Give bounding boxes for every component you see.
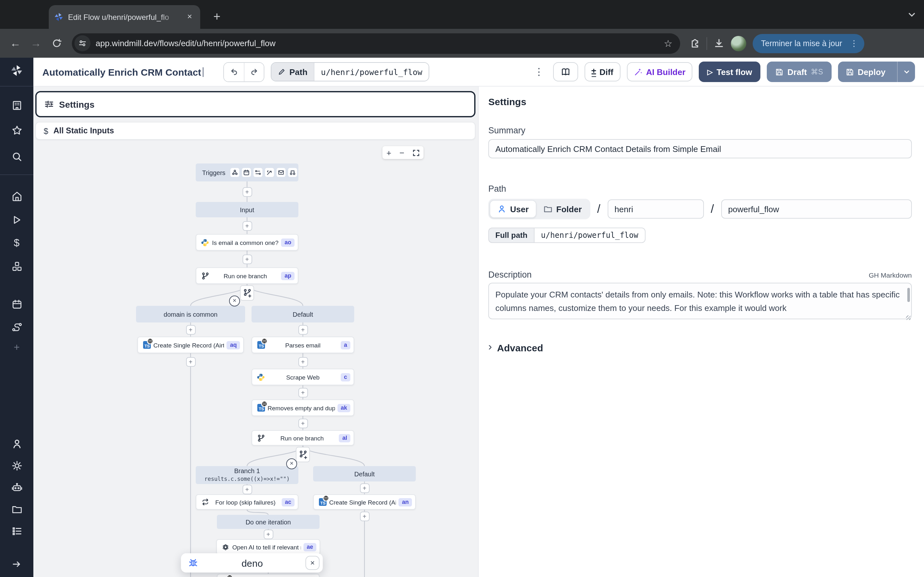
add-step-button[interactable]: + [242, 484, 252, 494]
add-step-button[interactable]: + [360, 511, 369, 521]
chrome-menu-icon[interactable]: ⋮ [847, 39, 861, 48]
sidebar-item-add[interactable]: + [0, 338, 33, 356]
zoom-out-button[interactable]: − [399, 148, 404, 157]
zoom-in-button[interactable]: + [387, 148, 391, 157]
undo-button[interactable] [224, 63, 244, 81]
tab-search-icon[interactable] [907, 10, 916, 19]
schedule-icon[interactable] [242, 168, 251, 177]
deploy-dropdown[interactable] [897, 61, 915, 82]
sidebar-item-runs[interactable] [0, 211, 33, 229]
new-tab-button[interactable]: + [209, 9, 225, 24]
flow-node-run-al[interactable]: Run one branchal [252, 430, 354, 446]
sidebar-item-favorites[interactable] [0, 121, 33, 139]
deploy-main[interactable]: Deploy [838, 67, 893, 77]
description-textarea[interactable]: Populate your CRM contacts' details from… [488, 283, 912, 319]
site-settings-icon[interactable] [74, 35, 90, 51]
add-step-button[interactable]: + [186, 325, 195, 334]
sidebar-item-resources[interactable] [0, 257, 33, 275]
add-step-button[interactable]: + [298, 357, 308, 366]
flow-node-is-email[interactable]: Is email a common one?ao [196, 234, 298, 251]
branch-split-icon[interactable] [240, 285, 254, 301]
branch-split-icon[interactable] [296, 447, 310, 462]
diff-button[interactable]: ± Diff [584, 62, 620, 81]
profile-avatar[interactable] [731, 35, 746, 51]
flow-node-for-loop[interactable]: For loop (skip failures)ac [196, 494, 298, 510]
sidebar-item-settings[interactable] [0, 456, 33, 474]
sidebar-item-routes[interactable] [0, 318, 33, 336]
flow-node-hdr-default1[interactable]: Default [252, 306, 354, 322]
fullscreen-icon[interactable] [412, 149, 419, 156]
add-step-button[interactable]: + [242, 221, 252, 230]
flow-node-csr-aq[interactable]: TSCreate Single Record (Airtable)aq [137, 337, 244, 353]
url-text[interactable]: app.windmill.dev/flows/edit/u/henri/powe… [95, 39, 654, 48]
address-bar[interactable]: app.windmill.dev/flows/edit/u/henri/powe… [72, 33, 680, 53]
path-owner-input[interactable] [607, 199, 704, 219]
forward-button[interactable]: → [27, 34, 45, 52]
advanced-toggle[interactable]: › Advanced [488, 341, 912, 354]
browser-tab[interactable]: Edit Flow u/henri/powerful_flo × [49, 5, 200, 29]
flow-node-scrape-web[interactable]: Scrape Webc [252, 369, 354, 385]
more-menu-icon[interactable]: ⋮ [531, 66, 546, 77]
deno-popup-close[interactable]: × [305, 556, 320, 570]
flow-node-hdr-default2[interactable]: Default [313, 466, 416, 482]
tab-close-icon[interactable]: × [184, 11, 195, 23]
owner-user-option[interactable]: User [489, 200, 536, 218]
flow-node-parses-email[interactable]: TSParses emaila [252, 337, 354, 353]
path-chip[interactable]: Path u/henri/powerful_flow [271, 62, 429, 81]
add-step-button[interactable]: + [242, 254, 252, 264]
sidebar-item-folders[interactable] [0, 500, 33, 518]
email-icon[interactable] [277, 168, 286, 177]
add-step-button[interactable]: + [298, 325, 308, 334]
delete-branch-icon[interactable]: × [229, 295, 240, 306]
test-flow-button[interactable]: ▷ Test flow [699, 61, 761, 82]
docs-button[interactable] [553, 62, 578, 81]
textarea-resize-grip[interactable] [906, 316, 911, 320]
flow-node-csr-an[interactable]: TSCreate Single Record (Airtable)an [313, 494, 416, 510]
flow-node-hdr-branch1[interactable]: Branch 1results.c.some((x)=>x!="") [196, 466, 298, 484]
textarea-scrollbar[interactable] [907, 288, 910, 302]
extensions-icon[interactable] [689, 38, 700, 49]
route-icon[interactable] [254, 168, 263, 177]
flow-title[interactable]: Automatically Enrich CRM Contact [42, 66, 217, 77]
flow-node-do-one[interactable]: Do one iteration [217, 515, 320, 529]
add-step-button[interactable]: + [263, 529, 273, 539]
chrome-update-button[interactable]: Terminer la mise à jour ⋮ [753, 34, 865, 53]
add-step-button[interactable]: + [186, 357, 195, 366]
flow-node-partial[interactable]: TS [217, 574, 320, 577]
sidebar-item-logs[interactable] [0, 522, 33, 540]
flow-node-triggers[interactable]: Triggers [196, 163, 298, 181]
add-step-button[interactable]: + [242, 187, 252, 197]
sidebar-item-workspace[interactable] [0, 96, 33, 114]
windmill-logo[interactable] [0, 61, 33, 79]
deploy-button[interactable]: Deploy [838, 61, 915, 82]
add-step-button[interactable]: + [298, 418, 308, 428]
ai-builder-button[interactable]: AI Builder [627, 62, 693, 81]
back-button[interactable]: ← [6, 34, 24, 52]
summary-input[interactable] [488, 139, 912, 158]
sidebar-item-workers[interactable] [0, 478, 33, 496]
flow-node-openai[interactable]: Open AI to tell if relevant resultae [216, 539, 320, 554]
sidebar-item-schedules[interactable] [0, 295, 33, 313]
webhook-icon[interactable] [231, 168, 240, 177]
kafka-icon[interactable] [288, 168, 297, 177]
flow-node-run-ap[interactable]: Run one branchap [196, 268, 298, 284]
add-step-button[interactable]: + [360, 483, 369, 493]
deno-popup[interactable]: deno × [181, 553, 323, 572]
flow-node-input[interactable]: Input [196, 202, 298, 218]
websocket-icon[interactable] [265, 168, 274, 177]
bookmark-star-icon[interactable]: ☆ [659, 37, 678, 49]
flow-node-removes-empty[interactable]: TSRemoves empty and duplicatesak [252, 400, 354, 416]
sidebar-item-home[interactable] [0, 187, 33, 205]
owner-folder-option[interactable]: Folder [536, 200, 589, 218]
download-icon[interactable] [714, 38, 724, 49]
delete-branch-icon[interactable]: × [286, 458, 297, 469]
sidebar-item-account[interactable] [0, 435, 33, 453]
flow-node-hdr-domain[interactable]: domain is common [136, 306, 245, 322]
sidebar-item-search[interactable] [0, 147, 33, 165]
sidebar-expand-icon[interactable] [0, 555, 33, 573]
add-step-button[interactable]: + [298, 388, 308, 397]
draft-button[interactable]: Draft ⌘S [767, 61, 831, 82]
flow-canvas[interactable]: Settings $ All Static Inputs + − Trigger… [33, 87, 478, 577]
reload-button[interactable] [47, 34, 65, 52]
path-name-input[interactable] [721, 199, 912, 219]
